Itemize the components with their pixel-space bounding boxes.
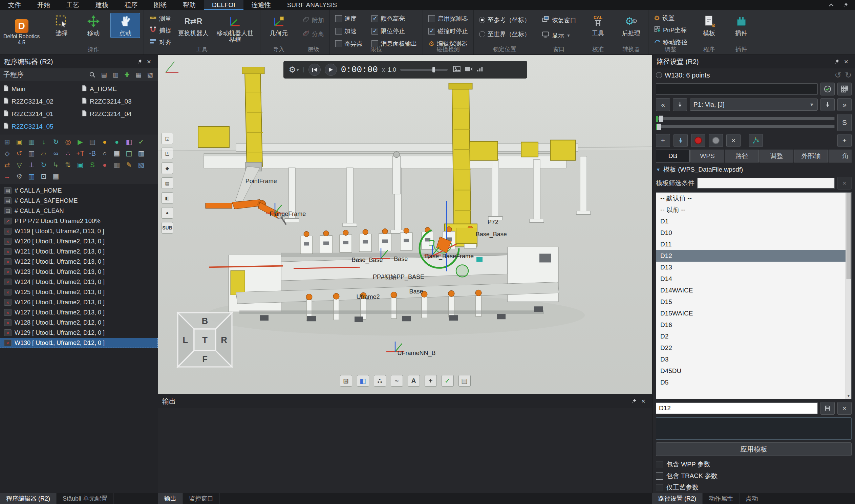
search-icon[interactable]: [88, 70, 97, 79]
panel-tab[interactable]: 程序编辑器 (R2): [0, 493, 56, 504]
skip-to-start-button[interactable]: [308, 64, 321, 76]
menu-item[interactable]: 连通性: [244, 0, 279, 10]
statement-row[interactable]: ▤ # CALL A_SAFEHOME: [0, 196, 158, 206]
pe-sheet-icon[interactable]: ▤: [50, 171, 61, 182]
display-menu-button[interactable]: 显示 ▼: [539, 30, 578, 41]
view-cube-left-face[interactable]: L: [183, 335, 188, 345]
subprogram-item[interactable]: Main: [1, 83, 79, 95]
solid-view-icon[interactable]: ◧: [357, 375, 369, 386]
pe-square-icon[interactable]: ▣: [74, 159, 86, 170]
pe-gear-icon[interactable]: ⚙: [14, 171, 25, 182]
pe-fill-icon[interactable]: ▦: [111, 159, 123, 170]
geometry-import-button[interactable]: 几何元: [264, 13, 293, 38]
point-snap-icon[interactable]: ●: [161, 207, 173, 219]
grid-view-button[interactable]: [837, 83, 852, 95]
render-mode-icon[interactable]: [477, 66, 483, 73]
path-settings-tab[interactable]: 调整: [760, 150, 794, 162]
template-button[interactable]: ⚙ 模板: [696, 13, 722, 38]
postprocess-button[interactable]: ⚙⚙ 后处理: [618, 13, 645, 38]
template-list-item[interactable]: D14WAICE: [656, 285, 851, 296]
pe-dots-icon[interactable]: ∴: [62, 148, 74, 159]
pe-swap-icon[interactable]: ⇄: [1, 159, 13, 170]
template-list-item[interactable]: D11: [656, 239, 851, 250]
play-button[interactable]: [325, 64, 337, 76]
clear-filter-button[interactable]: ×: [837, 177, 852, 190]
swap-robot-button[interactable]: R⇄R 更换机器人: [175, 13, 211, 38]
panel-tab[interactable]: 路径设置 (R2): [652, 493, 702, 504]
restore-window-button[interactable]: 恢复窗口: [539, 14, 578, 26]
pe-target-icon[interactable]: ◎: [62, 137, 74, 147]
template-filter-input[interactable]: [697, 178, 835, 188]
template-list-item[interactable]: D45DU: [656, 365, 851, 377]
pe-box-icon[interactable]: ⊡: [38, 171, 50, 182]
lock-to-reference-radio[interactable]: 至参考（坐标）: [477, 15, 532, 25]
delete-point-button[interactable]: ×: [726, 134, 741, 147]
tool-calibration-button[interactable]: CAL 工具: [586, 13, 610, 38]
subprogram-item[interactable]: A_HOME: [79, 83, 157, 95]
template-list-item[interactable]: D15WAICE: [656, 308, 851, 319]
pe-link-icon[interactable]: ∞: [50, 148, 61, 159]
panel-tab[interactable]: 监控窗口: [183, 493, 220, 504]
template-option-checkbox[interactable]: 包含 TRACK 参数: [656, 470, 852, 482]
iso-view-icon[interactable]: ◆: [161, 162, 173, 174]
subprogram-item[interactable]: R2ZC3214_01: [1, 108, 79, 120]
select-button[interactable]: 选择: [47, 13, 76, 38]
playback-slider[interactable]: [400, 69, 448, 71]
jog-button[interactable]: 点动: [110, 13, 140, 38]
template-list-item[interactable]: D1: [656, 216, 851, 227]
path-settings-tab[interactable]: 路径: [725, 150, 759, 162]
template-option-checkbox[interactable]: 包含 WPP 参数: [656, 458, 852, 470]
subprogram-item[interactable]: R2ZC3214_02: [1, 95, 79, 108]
pin-icon[interactable]: [135, 57, 144, 66]
pin-icon[interactable]: [841, 0, 850, 10]
pe-tri-icon[interactable]: ▽: [14, 159, 25, 170]
statement-row[interactable]: × W120 [ Utool1, Uframe2, D13, 0 ]: [0, 236, 158, 247]
project-points-button[interactable]: [749, 134, 763, 147]
teach-point-left-button[interactable]: [673, 98, 687, 111]
pe-play-icon[interactable]: ▶: [74, 137, 86, 147]
pe-mirror-icon[interactable]: ◧: [123, 137, 135, 147]
teach-point-right-button[interactable]: [820, 98, 835, 111]
close-icon[interactable]: ×: [144, 57, 154, 66]
pe-edit-icon[interactable]: ✎: [123, 159, 135, 170]
statement-row[interactable]: × W129 [ Utool1, Uframe2, D12, 0 ]: [0, 328, 158, 338]
menu-item[interactable]: 帮助: [175, 0, 204, 10]
template-list-item[interactable]: D14: [656, 273, 851, 285]
pe-circle-icon[interactable]: ○: [99, 148, 110, 159]
menu-item[interactable]: 建模: [87, 0, 117, 10]
layers-icon[interactable]: ▤: [161, 177, 173, 189]
scroll-down-arrow-icon[interactable]: ▼: [846, 393, 851, 398]
menu-item[interactable]: 图纸: [146, 0, 175, 10]
plugin-button[interactable]: 插件: [729, 13, 754, 38]
statement-row[interactable]: × W123 [ Utool1, Uframe2, D13, 0 ]: [0, 267, 158, 277]
path-settings-tab[interactable]: DB: [656, 150, 690, 162]
panel-tab[interactable]: 动作属性: [702, 493, 740, 504]
export-image-icon[interactable]: [453, 66, 461, 73]
pe-table-icon[interactable]: ▦: [26, 137, 37, 147]
display-settings-icon[interactable]: ▤: [459, 375, 471, 386]
template-section-header[interactable]: ▼ 模板 (WPS_DataFile.wpsdf): [656, 165, 852, 174]
viewport-3d[interactable]: PointFrameFlangeFrameP72Base_BaseBaseBas…: [158, 55, 652, 394]
template-list-item[interactable]: D22: [656, 342, 851, 354]
add-subprogram-icon[interactable]: ✚: [123, 70, 131, 79]
apply-template-button[interactable]: 应用模板: [656, 443, 852, 456]
pe-doc-icon[interactable]: ▤: [111, 148, 123, 159]
pe-updown-icon[interactable]: ⇅: [62, 159, 74, 170]
pe-add-text-icon[interactable]: +T: [74, 148, 86, 159]
template-list-item[interactable]: -- 默认值 --: [656, 193, 851, 204]
zoom-area-icon[interactable]: ◰: [161, 148, 173, 159]
template-list[interactable]: ▼ -- 默认值 ---- 以前 --D1D10D11D12D13D14D14W…: [656, 192, 852, 399]
redo-icon[interactable]: ↻: [845, 70, 852, 80]
snap-button[interactable]: 捕捉: [147, 25, 173, 36]
pe-chart-icon[interactable]: ▥: [26, 171, 37, 182]
path-position-slider[interactable]: [656, 117, 835, 120]
path-settings-tab[interactable]: 角: [829, 150, 852, 162]
template-list-item[interactable]: -- 以前 --: [656, 204, 851, 216]
speed-limit-checkbox[interactable]: 速度: [333, 14, 365, 24]
measure-button[interactable]: 测量: [147, 13, 173, 24]
collapse-ribbon-icon[interactable]: [826, 0, 836, 10]
playback-settings-button[interactable]: ⚙▾: [289, 65, 299, 74]
teach-button[interactable]: [674, 134, 688, 147]
menu-item[interactable]: 文件: [0, 0, 29, 10]
accel-limit-checkbox[interactable]: 加速: [333, 26, 365, 36]
